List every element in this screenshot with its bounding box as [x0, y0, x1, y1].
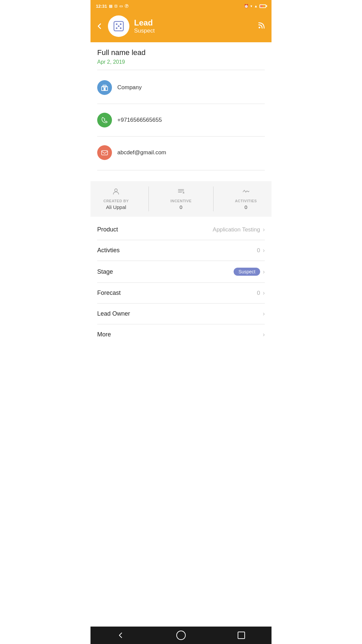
- phone-number: +9716566565655: [117, 117, 162, 123]
- contact-list: Company +9716566565655 abcdef@gmail.com: [97, 75, 265, 165]
- parking-icon: Ⓟ: [125, 4, 128, 9]
- stage-badge: Suspect: [234, 268, 260, 276]
- header-lead-subtitle: Suspect: [134, 28, 253, 34]
- stage-row[interactable]: Stage Suspect ›: [97, 261, 265, 283]
- clipboard-icon: ⊡: [114, 4, 117, 8]
- product-value: Application Testing: [213, 226, 260, 233]
- activities-row[interactable]: Activties 0 ›: [97, 240, 265, 261]
- forecast-value: 0: [257, 290, 260, 297]
- divider-1: [97, 70, 265, 70]
- header: Lead Suspect: [90, 12, 272, 42]
- rows-section: Product Application Testing › Activties …: [90, 219, 272, 345]
- lead-owner-chevron: ›: [263, 310, 265, 317]
- activities-value: 0: [245, 204, 247, 210]
- stage-chevron: ›: [263, 268, 265, 275]
- lead-owner-row[interactable]: Lead Owner ›: [97, 304, 265, 324]
- more-row[interactable]: More ›: [97, 324, 265, 345]
- lead-owner-right: ›: [263, 310, 265, 317]
- svg-point-6: [259, 27, 260, 29]
- date-label: Apr 2, 2019: [97, 59, 265, 65]
- forecast-row[interactable]: Forecast 0 ›: [97, 283, 265, 304]
- battery-icon: [259, 4, 266, 8]
- lead-owner-label: Lead Owner: [97, 310, 130, 317]
- signal-icon: ▲: [254, 4, 258, 8]
- avatar: [108, 15, 129, 37]
- status-left: 12:31 ▤ ⊡ ▭ Ⓟ: [96, 4, 128, 9]
- stage-label: Stage: [97, 268, 113, 275]
- created-by-stat: CREATED BY Ali Uppal: [90, 186, 148, 211]
- company-name: Company: [117, 84, 142, 91]
- forecast-chevron: ›: [263, 289, 265, 297]
- forecast-right: 0 ›: [257, 289, 265, 297]
- incentive-stat: INCENTIVE 0: [149, 186, 214, 211]
- activities-icon: [242, 188, 250, 197]
- incentive-icon: [177, 188, 185, 197]
- product-right: Application Testing ›: [213, 226, 265, 233]
- email-row[interactable]: abcdef@gmail.com: [97, 141, 265, 164]
- activities-row-value: 0: [257, 247, 260, 254]
- header-title: Lead Suspect: [134, 18, 253, 35]
- svg-point-2: [120, 23, 122, 25]
- rss-button[interactable]: [257, 21, 266, 32]
- person-icon: [112, 188, 120, 197]
- phone-row[interactable]: +9716566565655: [97, 109, 265, 131]
- stage-right: Suspect ›: [234, 268, 265, 276]
- activities-label: ACTIVITIES: [235, 199, 257, 203]
- divider-3: [97, 136, 265, 137]
- svg-rect-8: [103, 85, 106, 87]
- divider-4: [97, 170, 265, 170]
- svg-point-11: [115, 189, 117, 192]
- alarm-icon: ⏰: [244, 4, 249, 8]
- square-icon: ▭: [119, 4, 123, 8]
- svg-point-4: [120, 28, 122, 29]
- header-lead-title: Lead: [134, 18, 253, 28]
- forecast-label: Forecast: [97, 289, 121, 297]
- incentive-value: 0: [180, 204, 182, 210]
- svg-rect-9: [104, 88, 106, 91]
- product-chevron: ›: [263, 226, 265, 233]
- activities-chevron: ›: [263, 247, 265, 254]
- created-by-label: CREATED BY: [103, 199, 129, 203]
- more-chevron: ›: [263, 331, 265, 338]
- activities-row-label: Activties: [97, 247, 120, 254]
- svg-rect-10: [102, 151, 108, 155]
- activities-right: 0 ›: [257, 247, 265, 254]
- more-label: More: [97, 331, 111, 338]
- status-right: ⏰ ▾ ▲: [244, 4, 266, 8]
- email-address: abcdef@gmail.com: [117, 149, 166, 156]
- svg-point-1: [116, 23, 118, 25]
- product-row[interactable]: Product Application Testing ›: [97, 219, 265, 240]
- company-row[interactable]: Company: [97, 76, 265, 99]
- company-icon: [97, 80, 112, 95]
- svg-point-3: [116, 28, 118, 29]
- email-icon: [97, 145, 112, 160]
- status-time: 12:31: [96, 4, 107, 9]
- activities-stat: ACTIVITIES 0: [214, 186, 272, 211]
- full-name-label: Full name lead: [97, 48, 265, 57]
- product-label: Product: [97, 226, 118, 233]
- main-content: Full name lead Apr 2, 2019 Company +9716…: [90, 42, 272, 178]
- wifi-icon: ▾: [250, 4, 252, 8]
- sim-icon: ▤: [109, 4, 112, 8]
- incentive-label: INCENTIVE: [170, 199, 191, 203]
- stats-bar: CREATED BY Ali Uppal INCENTIVE 0 ACTIVIT…: [90, 181, 272, 217]
- back-button[interactable]: [96, 22, 103, 30]
- phone-icon: [97, 113, 112, 127]
- status-bar: 12:31 ▤ ⊡ ▭ Ⓟ ⏰ ▾ ▲: [90, 0, 272, 12]
- divider-2: [97, 104, 265, 104]
- more-right: ›: [263, 331, 265, 338]
- created-by-value: Ali Uppal: [106, 204, 126, 210]
- svg-point-5: [118, 25, 120, 27]
